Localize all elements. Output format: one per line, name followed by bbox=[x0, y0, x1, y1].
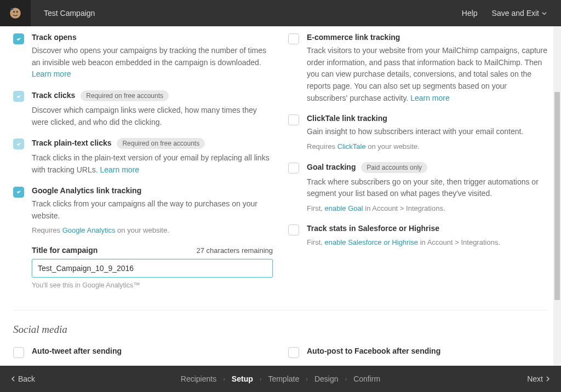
option-note: First, enable Salesforce or Highrise in … bbox=[307, 237, 548, 248]
option-goal-tracking: Goal tracking Paid accounts only Track w… bbox=[288, 162, 548, 214]
scrollbar[interactable] bbox=[553, 26, 561, 366]
chevron-right-icon: › bbox=[306, 376, 308, 382]
option-ecommerce: E-commerce link tracking Track visitors … bbox=[288, 33, 548, 104]
checkbox-track-plain-text[interactable] bbox=[13, 139, 24, 149]
option-title: E-commerce link tracking bbox=[307, 33, 400, 42]
option-title: Track plain-text clicks bbox=[32, 139, 112, 147]
enable-salesforce-link[interactable]: enable Salesforce or Highrise bbox=[325, 238, 419, 246]
chevron-right-icon bbox=[546, 376, 550, 382]
topbar: Test Campaign Help Save and Exit bbox=[0, 0, 561, 26]
svg-point-1 bbox=[13, 11, 15, 13]
chevron-down-icon bbox=[542, 11, 547, 16]
chevron-right-icon: › bbox=[260, 376, 262, 382]
field-label: Title for campaign bbox=[32, 246, 98, 255]
main-content: Track opens Discover who opens your camp… bbox=[0, 26, 561, 366]
chevron-right-icon: › bbox=[345, 376, 347, 382]
check-icon bbox=[15, 141, 22, 148]
option-description: Discover who opens your campaigns by tra… bbox=[32, 45, 273, 80]
checkbox-salesforce[interactable] bbox=[288, 224, 299, 235]
option-title: Track clicks bbox=[32, 91, 75, 100]
option-track-opens: Track opens Discover who opens your camp… bbox=[13, 33, 273, 80]
option-title: ClickTale link tracking bbox=[307, 114, 387, 123]
back-button[interactable]: Back bbox=[11, 374, 35, 383]
enable-goal-link[interactable]: enable Goal bbox=[325, 204, 363, 212]
save-exit-link[interactable]: Save and Exit bbox=[492, 9, 547, 18]
left-column: Track opens Discover who opens your camp… bbox=[13, 33, 273, 289]
steps-nav: Recipients › Setup › Template › Design ›… bbox=[181, 374, 380, 383]
section-divider bbox=[13, 310, 548, 310]
paid-badge: Paid accounts only bbox=[361, 162, 427, 173]
learn-more-link[interactable]: Learn more bbox=[410, 94, 450, 102]
mailchimp-logo[interactable] bbox=[0, 0, 31, 26]
step-confirm[interactable]: Confirm bbox=[353, 374, 380, 383]
check-icon bbox=[15, 36, 22, 43]
checkbox-google-analytics[interactable] bbox=[13, 187, 24, 198]
option-track-plain-text: Track plain-text clicks Required on free… bbox=[13, 138, 273, 176]
option-description: Track clicks in the plain-text version o… bbox=[32, 152, 273, 176]
learn-more-link[interactable]: Learn more bbox=[32, 70, 71, 78]
step-setup[interactable]: Setup bbox=[232, 374, 253, 383]
checkbox-clicktale[interactable] bbox=[288, 114, 299, 125]
check-icon bbox=[15, 93, 22, 100]
option-note: Requires ClickTale on your website. bbox=[307, 141, 548, 152]
learn-more-link[interactable]: Learn more bbox=[100, 165, 139, 174]
checkbox-ecommerce[interactable] bbox=[288, 33, 299, 44]
bottombar: Back Recipients › Setup › Template › Des… bbox=[0, 366, 561, 392]
scrollbar-thumb[interactable] bbox=[554, 92, 560, 300]
option-auto-tweet: Auto-tweet after sending bbox=[13, 347, 273, 358]
characters-remaining: 27 characters remaining bbox=[197, 246, 273, 255]
help-link[interactable]: Help bbox=[462, 9, 478, 18]
option-title: Auto-post to Facebook after sending bbox=[307, 347, 440, 355]
check-icon bbox=[15, 188, 22, 195]
option-title: Track opens bbox=[32, 33, 77, 42]
google-analytics-link[interactable]: Google Analytics bbox=[62, 226, 116, 234]
option-title: Track stats in Salesforce or Highrise bbox=[307, 224, 439, 233]
option-description: Track clicks from your campaigns all the… bbox=[32, 198, 273, 222]
save-exit-label: Save and Exit bbox=[492, 9, 539, 18]
required-badge: Required on free accounts bbox=[117, 138, 205, 149]
required-badge: Required on free accounts bbox=[81, 90, 169, 101]
option-description: Track visitors to your website from your… bbox=[307, 45, 548, 104]
clicktale-link[interactable]: ClickTale bbox=[337, 142, 366, 151]
option-title: Goal tracking bbox=[307, 163, 356, 171]
field-hint: You'll see this in Google Analytics™ bbox=[32, 281, 273, 289]
option-salesforce: Track stats in Salesforce or Highrise Fi… bbox=[288, 224, 548, 248]
campaign-title-field-block: Title for campaign 27 characters remaini… bbox=[32, 246, 273, 289]
option-description: Discover which campaign links were click… bbox=[32, 105, 273, 128]
option-title: Google Analytics link tracking bbox=[32, 186, 141, 195]
option-clicktale: ClickTale link tracking Gain insight to … bbox=[288, 114, 548, 152]
option-google-analytics: Google Analytics link tracking Track cli… bbox=[13, 186, 273, 236]
chevron-left-icon bbox=[11, 376, 15, 382]
svg-point-2 bbox=[16, 11, 18, 13]
checkbox-goal-tracking[interactable] bbox=[288, 163, 299, 174]
checkbox-auto-tweet[interactable] bbox=[13, 347, 24, 358]
option-description: Gain insight to how subscribers interact… bbox=[307, 126, 548, 138]
step-template[interactable]: Template bbox=[268, 374, 299, 383]
right-column: E-commerce link tracking Track visitors … bbox=[288, 33, 548, 289]
checkbox-track-opens[interactable] bbox=[13, 33, 24, 44]
option-note: First, enable Goal in Account > Integrat… bbox=[307, 203, 548, 214]
option-auto-facebook: Auto-post to Facebook after sending bbox=[288, 347, 548, 358]
chevron-right-icon: › bbox=[223, 376, 225, 382]
step-recipients[interactable]: Recipients bbox=[181, 374, 216, 383]
next-button[interactable]: Next bbox=[527, 374, 550, 383]
campaign-title: Test Campaign bbox=[44, 9, 95, 18]
option-title: Auto-tweet after sending bbox=[32, 347, 122, 355]
campaign-title-input[interactable] bbox=[32, 259, 273, 278]
social-media-heading: Social media bbox=[13, 324, 548, 336]
step-design[interactable]: Design bbox=[314, 374, 339, 383]
option-note: Requires Google Analytics on your websit… bbox=[32, 225, 273, 236]
checkbox-track-clicks[interactable] bbox=[13, 91, 24, 102]
option-track-clicks: Track clicks Required on free accounts D… bbox=[13, 90, 273, 128]
checkbox-auto-facebook[interactable] bbox=[288, 347, 299, 358]
mailchimp-icon bbox=[8, 6, 22, 20]
option-description: Track where subscribers go on your site,… bbox=[307, 176, 548, 200]
